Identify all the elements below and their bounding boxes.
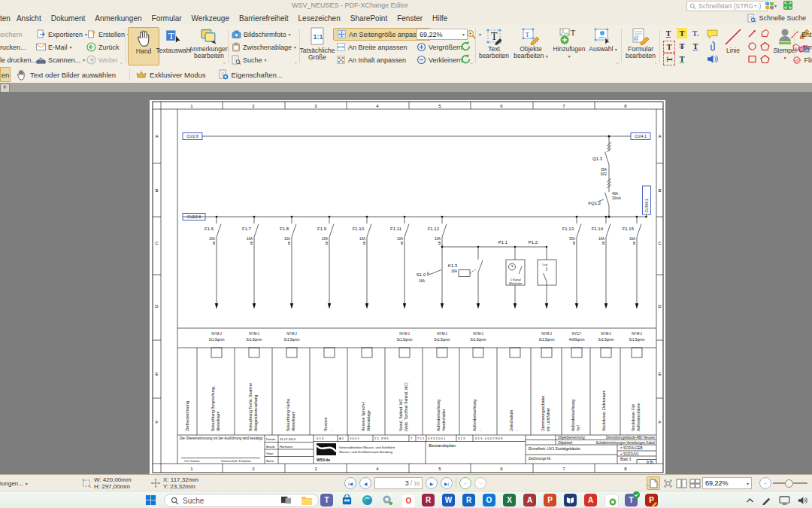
status-left-menu[interactable]: lungen...▾ [0, 475, 28, 491]
clipboard-button[interactable]: Zwischenablage▾ [232, 41, 296, 53]
menu-anmerkungen[interactable]: Anmerkungen [95, 13, 141, 24]
zoom-slider[interactable] [773, 482, 807, 484]
print-all-button[interactable]: le drucken... [0, 54, 37, 65]
fullscreen-icon[interactable] [782, 1, 793, 10]
select-button[interactable]: Auswahl ▾ [588, 27, 618, 64]
properties-button[interactable]: Eigenschaften... [218, 69, 283, 80]
underline-text-icon[interactable]: T [690, 41, 701, 51]
menu-werkzeuge[interactable]: Werkzeuge [192, 13, 229, 24]
sound-icon[interactable] [707, 53, 718, 67]
acrobat-app-icon[interactable]: R [422, 494, 435, 506]
view-forward-button[interactable]: → [474, 477, 486, 489]
add-button[interactable]: T Hinzufügen ▾ [552, 27, 586, 64]
measure-perimeter-button[interactable]: Um [792, 41, 812, 53]
menu-dokument[interactable]: Dokument [51, 13, 86, 24]
text-baseline-icon[interactable]: T [663, 28, 674, 38]
active-tool-partial[interactable]: en [0, 67, 11, 82]
task-view-icon[interactable] [280, 494, 292, 506]
menu-barrierefreiheit[interactable]: Barrierefreiheit [239, 13, 289, 24]
status-zoom-combo[interactable]: 69,22%▾ [702, 477, 752, 489]
fit-width-button[interactable]: An Breite anpassen [336, 41, 408, 53]
ui-options-icon[interactable]: ▾ [765, 1, 777, 10]
access-icon[interactable]: A [523, 494, 536, 506]
speaker-icon[interactable] [798, 496, 807, 505]
prev-page-button[interactable]: ◀ [359, 477, 371, 489]
excel-icon[interactable]: X [503, 494, 516, 506]
reference-app-icon[interactable] [564, 494, 577, 506]
pentagon-tool-icon[interactable] [760, 41, 770, 54]
measure-area-button[interactable]: Flä [792, 54, 812, 65]
edit-annotations-button[interactable]: Anmerkungenbearbeiten [191, 27, 227, 64]
email-button[interactable]: E-Mail▾ [36, 41, 72, 53]
save-button[interactable]: eichern [0, 29, 23, 40]
snipping-tool-icon[interactable] [381, 494, 394, 506]
create-button[interactable]: Erstellen▾ [86, 29, 129, 40]
line-tool-button[interactable]: Linie [720, 27, 746, 64]
text-box-icon[interactable]: T [663, 41, 675, 53]
file-explorer-icon[interactable] [300, 494, 313, 506]
continuous-view-button[interactable] [689, 477, 701, 489]
back-button[interactable]: Zurück [86, 41, 120, 53]
underline-green-icon[interactable]: T [677, 53, 687, 64]
two-page-view-button[interactable] [675, 477, 687, 489]
print-button[interactable]: rucken... [0, 41, 26, 53]
tray-chevron-icon[interactable] [746, 497, 754, 503]
taskbar-search[interactable]: Suche [164, 494, 319, 507]
cast-display-icon[interactable] [779, 496, 790, 505]
adobe-reader-icon[interactable]: A [584, 494, 597, 506]
exclusive-mode-toggle[interactable]: Exklusiver Modus [136, 71, 205, 79]
fit-view-button[interactable] [662, 477, 674, 489]
screenshot-button[interactable]: Bildschirmfoto▾ [232, 29, 291, 40]
measure-distance-button[interactable]: Entf [790, 29, 812, 40]
last-page-button[interactable]: ▶| [441, 477, 453, 489]
status-zoom-out-button[interactable]: − [759, 477, 771, 489]
actual-size-button[interactable]: 1:1 TatsächlicheGröße [301, 27, 333, 64]
opera-icon[interactable]: O [401, 494, 416, 508]
export-button[interactable]: Exportieren▾ [36, 29, 87, 40]
search-button[interactable]: Suche▾ [232, 54, 267, 65]
quickstart-search[interactable]: Schnellstart (STRG+.) [686, 1, 768, 11]
menu-partial[interactable]: ten [0, 13, 11, 24]
teams-icon[interactable]: T [320, 494, 333, 506]
microsoft-store-icon[interactable] [341, 494, 353, 506]
text-rotate-icon[interactable]: T [663, 53, 675, 65]
edit-text-button[interactable]: T Textbearbeiten [478, 27, 510, 64]
zoom-out-button[interactable]: Verkleinern [417, 54, 462, 65]
zoom-in-button[interactable]: Vergrößern [417, 41, 462, 53]
outlook-icon[interactable]: O [483, 494, 495, 506]
arrow-tool-icon[interactable] [747, 28, 757, 41]
view-back-button[interactable]: ← [459, 477, 471, 489]
edit-objects-button[interactable]: T Objektebearbeiten ▾ [513, 27, 549, 64]
circle-tool-icon[interactable] [747, 41, 757, 54]
teams-notification-icon[interactable]: T [625, 494, 638, 506]
document-viewport[interactable]: 1 2 3 4 5 6 7 8 1 2 3 4 5 6 7 8 A B C D [0, 92, 812, 474]
menu-sharepoint[interactable]: SharePoint [350, 13, 387, 24]
rectangle-tool-icon[interactable] [747, 53, 757, 67]
menu-lesezeichen[interactable]: Lesezeichen [298, 13, 341, 24]
select-text-images-toggle[interactable]: Text oder Bilder auswählen [15, 68, 116, 81]
highlight-text-icon[interactable]: T [677, 28, 687, 38]
powerpoint-icon[interactable]: P [544, 494, 556, 506]
green-app-icon[interactable] [604, 494, 619, 508]
fit-content-button[interactable]: An Inhalt anpassen [336, 54, 406, 65]
edit-form-button[interactable]: Formularbearbeiten [624, 27, 657, 64]
forward-button[interactable]: Weiter [86, 54, 118, 65]
polyline-tool-icon[interactable] [760, 28, 770, 41]
next-page-button[interactable]: ▶ [426, 477, 438, 489]
pen-icon[interactable] [762, 495, 771, 505]
menu-hilfe[interactable]: Hilfe [432, 13, 447, 24]
start-button[interactable] [144, 494, 157, 506]
text-caret-icon[interactable]: T. [690, 28, 701, 38]
quick-search-button[interactable]: Schnelle Suche [747, 14, 806, 23]
text-select-button[interactable]: T Textauswahl [155, 27, 192, 64]
menu-fenster[interactable]: Fenster [397, 13, 423, 24]
word-icon[interactable]: W [442, 494, 455, 506]
scan-button[interactable]: Scannen...▾ [36, 54, 85, 65]
edge-icon[interactable] [361, 494, 374, 506]
pdf-xchange-icon[interactable]: P [645, 494, 658, 506]
zoom-slider-thumb[interactable] [785, 479, 793, 488]
menu-ansicht[interactable]: Ansicht [17, 13, 41, 24]
polygon-tool-icon[interactable] [760, 53, 770, 67]
zoom-level-combo[interactable]: 69,22%▾ [417, 29, 468, 40]
page-number-input[interactable]: 3/16 [374, 477, 423, 489]
